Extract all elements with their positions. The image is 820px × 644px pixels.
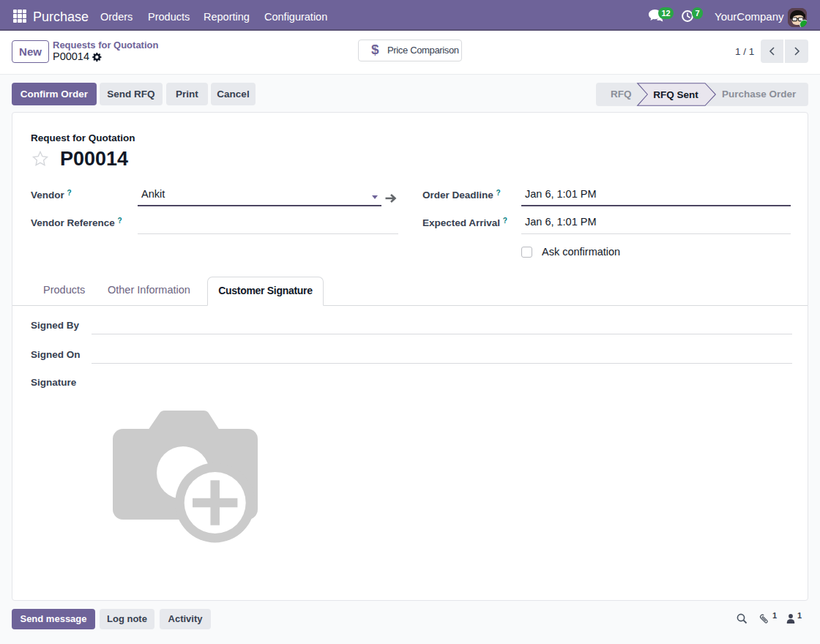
svg-text:RFQ Sent: RFQ Sent xyxy=(653,89,698,100)
